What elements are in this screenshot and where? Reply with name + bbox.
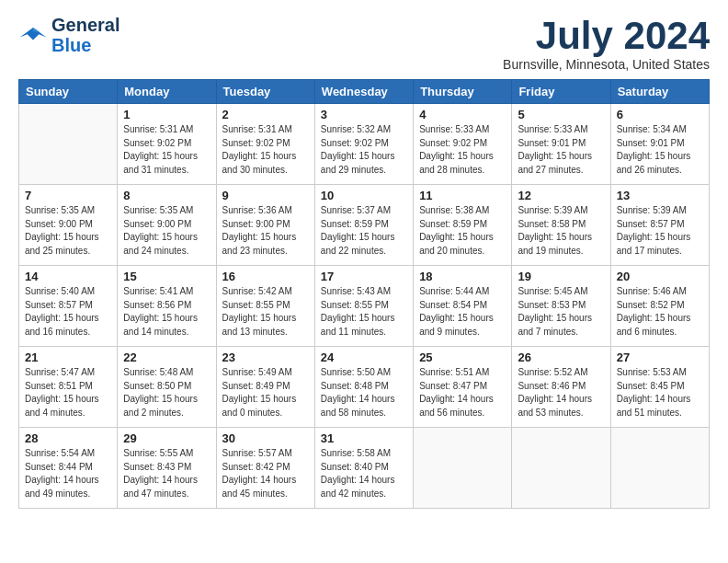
table-row: 27Sunrise: 5:53 AMSunset: 8:45 PMDayligh… bbox=[610, 347, 709, 428]
table-row bbox=[19, 104, 118, 185]
table-row: 24Sunrise: 5:50 AMSunset: 8:48 PMDayligh… bbox=[314, 347, 413, 428]
logo-blue: Blue bbox=[51, 35, 119, 55]
day-info: Sunrise: 5:40 AMSunset: 8:57 PMDaylight:… bbox=[25, 285, 111, 339]
day-number: 11 bbox=[419, 189, 506, 202]
day-number: 22 bbox=[123, 350, 210, 364]
table-row: 19Sunrise: 5:45 AMSunset: 8:53 PMDayligh… bbox=[512, 266, 610, 347]
logo-general: General bbox=[51, 15, 119, 35]
day-number: 18 bbox=[419, 270, 506, 283]
calendar-body: 1Sunrise: 5:31 AMSunset: 9:02 PMDaylight… bbox=[19, 104, 710, 509]
weekday-header-row: SundayMondayTuesdayWednesdayThursdayFrid… bbox=[19, 80, 710, 104]
day-number: 7 bbox=[25, 189, 111, 202]
weekday-monday: Monday bbox=[118, 80, 216, 104]
day-number: 2 bbox=[222, 108, 309, 121]
table-row: 6Sunrise: 5:34 AMSunset: 9:01 PMDaylight… bbox=[610, 104, 709, 185]
table-row: 22Sunrise: 5:48 AMSunset: 8:50 PMDayligh… bbox=[118, 347, 216, 428]
calendar-week-3: 14Sunrise: 5:40 AMSunset: 8:57 PMDayligh… bbox=[19, 266, 710, 347]
table-row: 20Sunrise: 5:46 AMSunset: 8:52 PMDayligh… bbox=[610, 266, 709, 347]
day-info: Sunrise: 5:58 AMSunset: 8:40 PMDaylight:… bbox=[321, 447, 407, 500]
day-number: 6 bbox=[617, 108, 703, 121]
day-info: Sunrise: 5:31 AMSunset: 9:02 PMDaylight:… bbox=[123, 123, 210, 177]
day-info: Sunrise: 5:44 AMSunset: 8:54 PMDaylight:… bbox=[419, 285, 506, 339]
day-info: Sunrise: 5:35 AMSunset: 9:00 PMDaylight:… bbox=[123, 204, 210, 258]
day-number: 28 bbox=[25, 431, 111, 445]
table-row: 11Sunrise: 5:38 AMSunset: 8:59 PMDayligh… bbox=[414, 185, 512, 266]
weekday-wednesday: Wednesday bbox=[314, 80, 413, 104]
day-info: Sunrise: 5:35 AMSunset: 9:00 PMDaylight:… bbox=[25, 204, 111, 258]
weekday-friday: Friday bbox=[512, 80, 610, 104]
day-info: Sunrise: 5:39 AMSunset: 8:58 PMDaylight:… bbox=[518, 204, 604, 258]
page-header: General Blue July 2024 Burnsville, Minne… bbox=[18, 15, 710, 72]
table-row: 12Sunrise: 5:39 AMSunset: 8:58 PMDayligh… bbox=[512, 185, 610, 266]
calendar-week-5: 28Sunrise: 5:54 AMSunset: 8:44 PMDayligh… bbox=[19, 428, 710, 509]
table-row: 2Sunrise: 5:31 AMSunset: 9:02 PMDaylight… bbox=[216, 104, 314, 185]
day-info: Sunrise: 5:49 AMSunset: 8:49 PMDaylight:… bbox=[222, 366, 309, 419]
day-number: 17 bbox=[321, 270, 407, 283]
day-number: 5 bbox=[518, 108, 604, 121]
day-number: 3 bbox=[321, 108, 407, 121]
table-row: 13Sunrise: 5:39 AMSunset: 8:57 PMDayligh… bbox=[610, 185, 709, 266]
month-title: July 2024 bbox=[503, 15, 710, 57]
table-row: 30Sunrise: 5:57 AMSunset: 8:42 PMDayligh… bbox=[216, 428, 314, 509]
day-number: 20 bbox=[617, 270, 703, 283]
day-number: 23 bbox=[222, 350, 309, 364]
day-number: 19 bbox=[518, 270, 604, 283]
day-number: 25 bbox=[419, 350, 506, 364]
table-row: 10Sunrise: 5:37 AMSunset: 8:59 PMDayligh… bbox=[314, 185, 413, 266]
day-info: Sunrise: 5:54 AMSunset: 8:44 PMDaylight:… bbox=[25, 447, 111, 500]
day-number: 1 bbox=[123, 108, 210, 121]
calendar-week-1: 1Sunrise: 5:31 AMSunset: 9:02 PMDaylight… bbox=[19, 104, 710, 185]
day-info: Sunrise: 5:43 AMSunset: 8:55 PMDaylight:… bbox=[321, 285, 407, 339]
day-info: Sunrise: 5:33 AMSunset: 9:01 PMDaylight:… bbox=[518, 123, 604, 177]
weekday-saturday: Saturday bbox=[610, 80, 709, 104]
day-number: 27 bbox=[617, 350, 703, 364]
table-row: 16Sunrise: 5:42 AMSunset: 8:55 PMDayligh… bbox=[216, 266, 314, 347]
title-block: July 2024 Burnsville, Minnesota, United … bbox=[503, 15, 710, 72]
weekday-sunday: Sunday bbox=[19, 80, 118, 104]
day-info: Sunrise: 5:38 AMSunset: 8:59 PMDaylight:… bbox=[419, 204, 506, 258]
table-row: 21Sunrise: 5:47 AMSunset: 8:51 PMDayligh… bbox=[19, 347, 118, 428]
table-row: 28Sunrise: 5:54 AMSunset: 8:44 PMDayligh… bbox=[19, 428, 118, 509]
day-number: 14 bbox=[25, 270, 111, 283]
day-info: Sunrise: 5:57 AMSunset: 8:42 PMDaylight:… bbox=[222, 447, 309, 500]
day-info: Sunrise: 5:52 AMSunset: 8:46 PMDaylight:… bbox=[518, 366, 604, 419]
table-row: 8Sunrise: 5:35 AMSunset: 9:00 PMDaylight… bbox=[118, 185, 216, 266]
day-info: Sunrise: 5:42 AMSunset: 8:55 PMDaylight:… bbox=[222, 285, 309, 339]
day-info: Sunrise: 5:48 AMSunset: 8:50 PMDaylight:… bbox=[123, 366, 210, 419]
table-row: 15Sunrise: 5:41 AMSunset: 8:56 PMDayligh… bbox=[118, 266, 216, 347]
day-number: 10 bbox=[321, 189, 407, 202]
day-number: 30 bbox=[222, 431, 309, 445]
table-row: 14Sunrise: 5:40 AMSunset: 8:57 PMDayligh… bbox=[19, 266, 118, 347]
day-info: Sunrise: 5:53 AMSunset: 8:45 PMDaylight:… bbox=[617, 366, 703, 419]
logo-icon bbox=[18, 24, 48, 46]
logo: General Blue bbox=[18, 15, 119, 55]
day-number: 21 bbox=[25, 350, 111, 364]
location: Burnsville, Minnesota, United States bbox=[503, 57, 710, 72]
day-number: 31 bbox=[321, 431, 407, 445]
table-row: 23Sunrise: 5:49 AMSunset: 8:49 PMDayligh… bbox=[216, 347, 314, 428]
calendar-week-2: 7Sunrise: 5:35 AMSunset: 9:00 PMDaylight… bbox=[19, 185, 710, 266]
day-info: Sunrise: 5:36 AMSunset: 9:00 PMDaylight:… bbox=[222, 204, 309, 258]
weekday-thursday: Thursday bbox=[414, 80, 512, 104]
day-info: Sunrise: 5:51 AMSunset: 8:47 PMDaylight:… bbox=[419, 366, 506, 419]
day-info: Sunrise: 5:47 AMSunset: 8:51 PMDaylight:… bbox=[25, 366, 111, 419]
day-info: Sunrise: 5:46 AMSunset: 8:52 PMDaylight:… bbox=[617, 285, 703, 339]
day-info: Sunrise: 5:55 AMSunset: 8:43 PMDaylight:… bbox=[123, 447, 210, 500]
day-number: 29 bbox=[123, 431, 210, 445]
day-number: 24 bbox=[321, 350, 407, 364]
day-info: Sunrise: 5:37 AMSunset: 8:59 PMDaylight:… bbox=[321, 204, 407, 258]
table-row: 31Sunrise: 5:58 AMSunset: 8:40 PMDayligh… bbox=[314, 428, 413, 509]
table-row: 4Sunrise: 5:33 AMSunset: 9:02 PMDaylight… bbox=[414, 104, 512, 185]
day-number: 26 bbox=[518, 350, 604, 364]
day-number: 16 bbox=[222, 270, 309, 283]
table-row: 25Sunrise: 5:51 AMSunset: 8:47 PMDayligh… bbox=[414, 347, 512, 428]
table-row bbox=[512, 428, 610, 509]
table-row: 7Sunrise: 5:35 AMSunset: 9:00 PMDaylight… bbox=[19, 185, 118, 266]
weekday-tuesday: Tuesday bbox=[216, 80, 314, 104]
table-row: 17Sunrise: 5:43 AMSunset: 8:55 PMDayligh… bbox=[314, 266, 413, 347]
day-number: 8 bbox=[123, 189, 210, 202]
table-row: 18Sunrise: 5:44 AMSunset: 8:54 PMDayligh… bbox=[414, 266, 512, 347]
calendar-table: SundayMondayTuesdayWednesdayThursdayFrid… bbox=[18, 79, 710, 509]
day-info: Sunrise: 5:45 AMSunset: 8:53 PMDaylight:… bbox=[518, 285, 604, 339]
day-number: 15 bbox=[123, 270, 210, 283]
